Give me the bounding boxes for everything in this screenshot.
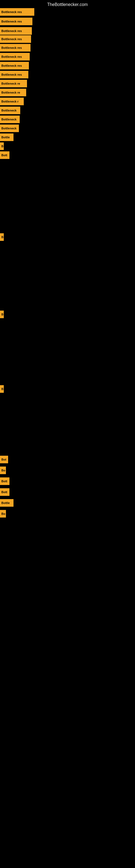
bottleneck-item-26: Bo xyxy=(0,510,6,518)
bottleneck-item-1: Bottleneck res xyxy=(0,8,34,16)
bottleneck-item-13: Bottleneck xyxy=(0,116,20,123)
bottleneck-item-15: Bottle xyxy=(0,133,13,141)
site-title: TheBottlenecker.com xyxy=(0,0,135,9)
bottleneck-item-16: B xyxy=(0,143,4,150)
bottleneck-item-14: Bottleneck xyxy=(0,124,19,132)
bottleneck-item-4: Bottleneck res xyxy=(0,35,31,43)
bottleneck-item-5: Bottleneck res xyxy=(0,44,31,52)
bottleneck-item-8: Bottleneck res xyxy=(0,71,28,79)
bottleneck-item-20: B xyxy=(0,385,4,393)
bottleneck-item-21: Bot xyxy=(0,456,8,463)
bottleneck-item-9: Bottleneck re xyxy=(0,80,27,87)
bottleneck-item-22: Bo xyxy=(0,467,6,474)
bottleneck-item-2: Bottleneck res xyxy=(0,18,32,25)
bottleneck-item-17: Bott xyxy=(0,151,9,159)
bottleneck-item-7: Bottleneck res xyxy=(0,62,29,69)
bottleneck-item-23: Bott xyxy=(0,477,9,485)
bottleneck-item-19: B xyxy=(0,311,4,318)
bottleneck-item-3: Bottleneck res xyxy=(0,27,32,35)
bottleneck-item-25: Bottle xyxy=(0,499,13,507)
bottleneck-item-6: Bottleneck res xyxy=(0,53,30,61)
bottleneck-item-24: Bott xyxy=(0,488,9,496)
bottleneck-item-11: Bottleneck r xyxy=(0,98,24,105)
bottleneck-item-10: Bottleneck re xyxy=(0,89,26,96)
bottleneck-item-18: B xyxy=(0,233,4,241)
bottleneck-item-12: Bottleneck xyxy=(0,106,20,114)
